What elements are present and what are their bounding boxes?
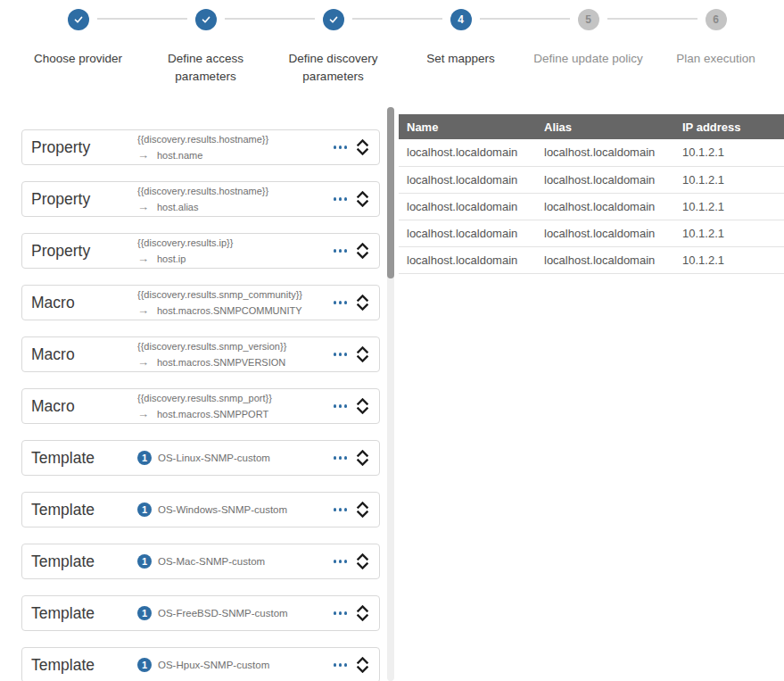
more-options-button[interactable] xyxy=(332,194,350,204)
chevron-down-icon[interactable] xyxy=(357,562,368,569)
table-cell: localhost.localdomain xyxy=(399,220,536,246)
card-actions xyxy=(332,346,380,362)
card-actions xyxy=(332,398,380,414)
mapper-type-label: Macro xyxy=(22,397,137,416)
stepper-step-1[interactable]: Choose provider xyxy=(14,0,142,87)
mapper-card: Template 1 OS-FreeBSD-SNMP-custom xyxy=(21,595,380,631)
more-options-button[interactable] xyxy=(332,142,350,153)
stepper-step-2[interactable]: Define access parameters xyxy=(142,0,269,87)
reorder-control[interactable] xyxy=(357,502,368,518)
chevron-up-icon[interactable] xyxy=(357,502,368,509)
table-row: localhost.localdomainlocalhost.localdoma… xyxy=(399,166,784,193)
stepper-step-5[interactable]: 5 Define update policy xyxy=(524,0,652,87)
more-options-button[interactable] xyxy=(332,608,350,619)
check-icon xyxy=(73,14,84,25)
mapper-detail: 1 OS-Linux-SNMP-custom xyxy=(137,451,332,465)
more-options-button[interactable] xyxy=(332,453,350,463)
card-actions xyxy=(332,191,380,207)
card-actions xyxy=(332,553,380,569)
more-options-button[interactable] xyxy=(332,349,350,360)
mapper-type-label: Macro xyxy=(22,345,137,364)
template-name: OS-Hpux-SNMP-custom xyxy=(158,660,269,670)
mapper-type-label: Template xyxy=(22,656,137,675)
chevron-up-icon[interactable] xyxy=(357,295,368,302)
step-number: 4 xyxy=(458,14,464,25)
chevron-down-icon[interactable] xyxy=(357,511,368,518)
chevron-up-icon[interactable] xyxy=(357,191,368,198)
mapper-type-label: Template xyxy=(22,604,137,623)
step-circle xyxy=(195,9,217,30)
stepper-step-6[interactable]: 6 Plan execution xyxy=(652,0,780,87)
wizard-stepper: Choose provider Define access parameters… xyxy=(14,0,780,87)
mapper-source: {{discovery.results.ip}} xyxy=(137,237,332,249)
more-options-button[interactable] xyxy=(332,504,350,515)
chevron-up-icon[interactable] xyxy=(357,346,368,353)
template-name: OS-FreeBSD-SNMP-custom xyxy=(158,608,288,619)
card-actions xyxy=(332,450,380,466)
reorder-control[interactable] xyxy=(357,657,368,673)
table-cell: localhost.localdomain xyxy=(399,246,536,273)
mapper-target: host.name xyxy=(157,150,202,161)
reorder-control[interactable] xyxy=(357,398,368,414)
chevron-down-icon[interactable] xyxy=(357,614,368,621)
reorder-control[interactable] xyxy=(357,243,368,259)
chevron-up-icon[interactable] xyxy=(357,553,368,561)
reorder-control[interactable] xyxy=(357,139,368,155)
chevron-down-icon[interactable] xyxy=(357,355,368,362)
step-circle: 5 xyxy=(578,9,599,30)
column-header: IP address xyxy=(674,114,784,139)
step-number: 5 xyxy=(585,14,591,25)
mapper-card: Template 1 OS-Mac-SNMP-custom xyxy=(21,544,380,579)
chevron-down-icon[interactable] xyxy=(357,303,368,311)
mapper-detail: {{discovery.results.snmp_port}} → host.m… xyxy=(137,393,332,419)
mapper-detail: {{discovery.results.hostname}} → host.al… xyxy=(137,186,332,212)
template-count-badge: 1 xyxy=(137,658,152,672)
stepper-step-4[interactable]: 4 Set mappers xyxy=(397,0,524,87)
table-cell: 10.1.2.1 xyxy=(674,139,784,166)
reorder-control[interactable] xyxy=(357,605,368,621)
wizard-page: Choose provider Define access parameters… xyxy=(0,0,784,681)
chevron-up-icon[interactable] xyxy=(357,139,368,146)
table-cell: localhost.localdomain xyxy=(399,193,536,220)
chevron-down-icon[interactable] xyxy=(357,666,368,673)
reorder-control[interactable] xyxy=(357,295,368,311)
mapper-source: {{discovery.results.snmp_version}} xyxy=(137,341,332,353)
stepper-step-3[interactable]: Define discovery parameters xyxy=(269,0,397,87)
chevron-down-icon[interactable] xyxy=(357,148,368,155)
table-cell: localhost.localdomain xyxy=(536,220,674,246)
more-options-button[interactable] xyxy=(332,297,350,308)
chevron-up-icon[interactable] xyxy=(357,450,368,457)
mapper-card: Macro {{discovery.results.snmp_port}} → … xyxy=(21,388,380,424)
more-options-button[interactable] xyxy=(332,401,350,411)
reorder-control[interactable] xyxy=(357,450,368,466)
mapper-card: Macro {{discovery.results.snmp_community… xyxy=(21,285,380,320)
reorder-control[interactable] xyxy=(357,191,368,207)
mapper-target: host.macros.SNMPPORT xyxy=(157,409,268,419)
chevron-down-icon[interactable] xyxy=(357,459,368,466)
more-options-button[interactable] xyxy=(332,556,350,567)
mapper-detail: {{discovery.results.hostname}} → host.na… xyxy=(137,134,332,161)
chevron-up-icon[interactable] xyxy=(357,605,368,612)
check-icon xyxy=(201,14,211,25)
chevron-down-icon[interactable] xyxy=(357,200,368,207)
chevron-up-icon[interactable] xyxy=(357,243,368,250)
card-actions xyxy=(332,657,380,673)
mapper-list-scrollbar[interactable] xyxy=(387,107,394,681)
arrow-right-icon: → xyxy=(137,356,149,368)
scrollbar-thumb[interactable] xyxy=(387,107,394,278)
reorder-control[interactable] xyxy=(357,553,368,569)
mapper-card: Template 1 OS-Hpux-SNMP-custom xyxy=(21,647,380,681)
more-options-button[interactable] xyxy=(332,245,350,256)
step-circle xyxy=(323,9,344,30)
chevron-down-icon[interactable] xyxy=(357,407,368,414)
table-cell: 10.1.2.1 xyxy=(674,166,784,193)
table-row: localhost.localdomainlocalhost.localdoma… xyxy=(399,193,784,220)
more-options-button[interactable] xyxy=(332,660,350,670)
reorder-control[interactable] xyxy=(357,346,368,362)
mapper-type-label: Template xyxy=(22,449,137,468)
chevron-up-icon[interactable] xyxy=(357,657,368,664)
mapper-source: {{discovery.results.hostname}} xyxy=(137,186,332,197)
chevron-up-icon[interactable] xyxy=(357,398,368,405)
table-row: localhost.localdomainlocalhost.localdoma… xyxy=(399,246,784,273)
chevron-down-icon[interactable] xyxy=(357,252,368,259)
